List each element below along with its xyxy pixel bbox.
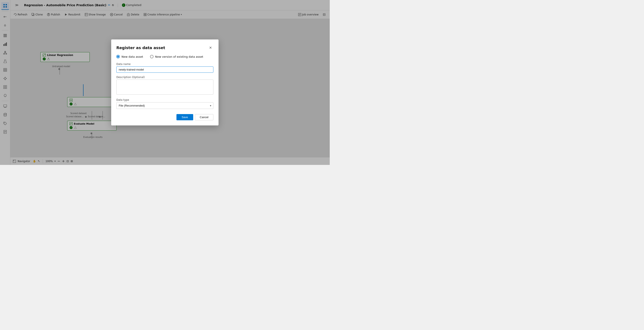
radio-new-asset[interactable]: New data asset [116, 55, 143, 58]
data-type-field-group: Data type File (Recommended) Folder Tabl… [116, 98, 214, 109]
radio-new-asset-circle [116, 55, 120, 58]
data-name-input[interactable] [116, 66, 214, 73]
data-type-select[interactable]: File (Recommended) Folder Table (mltable… [116, 102, 214, 109]
radio-existing-asset-circle [150, 55, 154, 58]
description-field-group: Description (Optional) [116, 76, 214, 98]
data-name-field-group: Data name [116, 63, 214, 76]
description-textarea[interactable] [116, 79, 214, 95]
modal-title: Register as data asset [116, 45, 165, 50]
cancel-button[interactable]: Cancel [195, 114, 214, 120]
register-data-asset-modal: Register as data asset ✕ New data asset … [111, 39, 218, 125]
modal-backdrop: Register as data asset ✕ New data asset … [0, 0, 330, 165]
save-button[interactable]: Save [176, 114, 193, 120]
radio-existing-asset[interactable]: New version of existing data asset [150, 55, 203, 58]
data-type-label: Data type [116, 98, 214, 101]
modal-header: Register as data asset ✕ [116, 45, 214, 51]
modal-footer: Save Cancel [116, 114, 214, 120]
description-label: Description (Optional) [116, 76, 214, 79]
radio-group: New data asset New version of existing d… [116, 55, 214, 58]
data-name-label: Data name [116, 63, 214, 66]
modal-close-button[interactable]: ✕ [207, 45, 214, 51]
